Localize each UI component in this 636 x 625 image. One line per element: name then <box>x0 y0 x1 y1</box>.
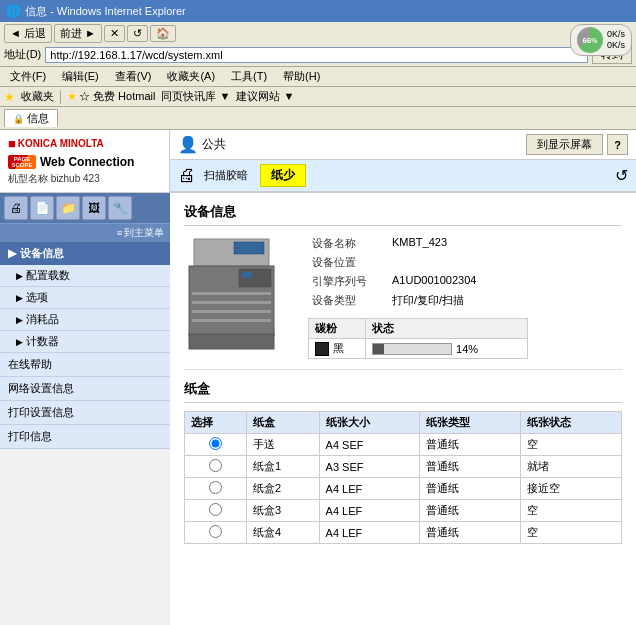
pagescope-web-row: PAGESCOPE Web Connection <box>8 155 161 169</box>
toner-color-cell: 黑 <box>315 341 359 356</box>
status-row: 🖨 扫描胶暗 纸少 ↺ <box>170 160 636 192</box>
svg-rect-9 <box>189 334 274 349</box>
right-header: 👤 公共 到显示屏幕 ? 🖨 扫描胶暗 纸少 ↺ <box>170 130 636 192</box>
toner-tbody: 黑 14% <box>309 339 528 359</box>
device-info-title: 设备信息 <box>184 203 622 226</box>
home-button[interactable]: 🏠 <box>150 25 176 42</box>
sidebar-item-print-info[interactable]: 打印信息 <box>0 425 170 449</box>
user-name: 公共 <box>202 136 226 153</box>
favorites-bar: ★ 收藏夹 ★ ☆ 免费 Hotmail 同页快讯库 ▼ 建议网站 ▼ <box>0 87 636 107</box>
tray-row-2: 纸盒2 A4 LEF 普通纸 接近空 <box>185 478 622 500</box>
sidebar-item-print-settings[interactable]: 打印设置信息 <box>0 401 170 425</box>
nav-icon-printer[interactable]: 🖨 <box>4 196 28 220</box>
tray-radio-1[interactable] <box>209 459 222 472</box>
web-connection-text: Web Connection <box>40 155 134 169</box>
tray-status-1: 就堵 <box>521 456 622 478</box>
screen-button[interactable]: 到显示屏幕 <box>526 134 603 155</box>
paper-section: 纸盒 选择 纸盒 纸张大小 纸张类型 纸张状态 <box>170 370 636 554</box>
tray-row-4: 纸盒4 A4 LEF 普通纸 空 <box>185 522 622 544</box>
model-name: 机型名称 bizhub 423 <box>8 172 161 186</box>
tray-status-manual: 空 <box>521 434 622 456</box>
menu-tools[interactable]: 工具(T) <box>225 68 273 85</box>
favorites-icon: ★ <box>4 90 15 104</box>
toner-header-row: 碳粉 状态 <box>309 319 528 339</box>
tray-name-3: 纸盒3 <box>246 500 319 522</box>
tray-size-manual: A4 SEF <box>319 434 420 456</box>
sidebar-arrow-small3: ▶ <box>16 315 23 325</box>
konica-brand: ■ KONICA MINOLTA <box>8 136 161 151</box>
address-label: 地址(D) <box>4 47 41 62</box>
sidebar-arrow-small4: ▶ <box>16 337 23 347</box>
nav-bar: ◄ 后退 前进 ► ✕ ↺ 🏠 66% 0K/s 0K/s <box>4 24 632 43</box>
warning-box: 纸少 <box>260 164 306 187</box>
tray-name-manual: 手送 <box>246 434 319 456</box>
star-icon: ★ <box>67 90 77 103</box>
tray-type-4: 普通纸 <box>420 522 521 544</box>
tab-icon: 🔒 <box>13 114 24 124</box>
tray-size-2: A4 LEF <box>319 478 420 500</box>
fav-quicktab[interactable]: 同页快讯库 ▼ <box>161 89 230 104</box>
address-input[interactable] <box>45 47 588 63</box>
fav-suggest[interactable]: 建议网站 ▼ <box>236 89 294 104</box>
spec-row-location: 设备位置 <box>308 253 622 272</box>
help-button[interactable]: ? <box>607 134 628 155</box>
menu-favorites[interactable]: 收藏夹(A) <box>161 68 221 85</box>
tray-header-row: 选择 纸盒 纸张大小 纸张类型 纸张状态 <box>185 412 622 434</box>
tray-row-3: 纸盒3 A4 LEF 普通纸 空 <box>185 500 622 522</box>
menu-edit[interactable]: 编辑(E) <box>56 68 105 85</box>
menu-view[interactable]: 查看(V) <box>109 68 158 85</box>
sidebar-item-consumables[interactable]: ▶ 消耗品 <box>0 309 170 331</box>
printer-drawing <box>184 234 284 354</box>
sidebar-item-counter[interactable]: ▶ 计数器 <box>0 331 170 353</box>
tab-info[interactable]: 🔒 信息 <box>4 109 58 127</box>
tray-status-3: 空 <box>521 500 622 522</box>
menu-bar: 文件(F) 编辑(E) 查看(V) 收藏夹(A) 工具(T) 帮助(H) <box>0 67 636 87</box>
tray-radio-4[interactable] <box>209 525 222 538</box>
sidebar-item-network[interactable]: 网络设置信息 <box>0 377 170 401</box>
menu-file[interactable]: 文件(F) <box>4 68 52 85</box>
tray-type-3: 普通纸 <box>420 500 521 522</box>
scan-label: 扫描胶暗 <box>204 168 248 183</box>
sidebar-item-config[interactable]: ▶ 配置载数 <box>0 265 170 287</box>
spec-row-name: 设备名称 KMBT_423 <box>308 234 622 253</box>
favorites-label: 收藏夹 <box>21 89 54 104</box>
header-buttons: 到显示屏幕 ? <box>526 134 628 155</box>
tray-col-type: 纸张类型 <box>420 412 521 434</box>
favorites-separator <box>60 90 61 104</box>
top-menu-button[interactable]: ≡ 到主菜单 <box>0 223 170 242</box>
tray-size-3: A4 LEF <box>319 500 420 522</box>
svg-rect-4 <box>192 301 271 304</box>
back-button[interactable]: ◄ 后退 <box>4 24 52 43</box>
nav-icon-page[interactable]: 📄 <box>30 196 54 220</box>
toner-bar-outer <box>372 343 452 355</box>
browser-title-text: 信息 - Windows Internet Explorer <box>25 4 186 19</box>
forward-button[interactable]: 前进 ► <box>54 24 102 43</box>
tray-type-2: 普通纸 <box>420 478 521 500</box>
printer-svg <box>184 234 284 354</box>
tray-radio-2[interactable] <box>209 481 222 494</box>
menu-help[interactable]: 帮助(H) <box>277 68 326 85</box>
browser-title-bar: 🌐 信息 - Windows Internet Explorer <box>0 0 636 22</box>
nav-icon-folder[interactable]: 📁 <box>56 196 80 220</box>
sidebar-icon-bar: 🖨 📄 📁 🖼 🔧 <box>0 193 170 223</box>
device-specs: 设备名称 KMBT_423 设备位置 引擎序列号 A1UD001002304 <box>308 234 622 359</box>
refresh-icon[interactable]: ↺ <box>615 166 628 185</box>
tray-radio-manual[interactable] <box>209 437 222 450</box>
main-panel: 设备信息 <box>170 193 636 625</box>
nav-icon-photo[interactable]: 🖼 <box>82 196 106 220</box>
tray-radio-3[interactable] <box>209 503 222 516</box>
browser-icon: 🌐 <box>6 4 21 18</box>
sidebar-item-help[interactable]: 在线帮助 <box>0 353 170 377</box>
top-header-row: ■ KONICA MINOLTA PAGESCOPE Web Connectio… <box>0 130 636 193</box>
fav-hotmail[interactable]: ★ ☆ 免费 Hotmail <box>67 89 155 104</box>
pagescope-logo: PAGESCOPE <box>8 155 36 169</box>
sidebar-device-info-header[interactable]: ▶ 设备信息 <box>0 242 170 265</box>
konica-icon: ■ <box>8 136 16 151</box>
refresh-button[interactable]: ↺ <box>127 25 148 42</box>
tray-name-2: 纸盒2 <box>246 478 319 500</box>
konica-name: KONICA MINOLTA <box>18 138 104 149</box>
sidebar-item-options[interactable]: ▶ 选项 <box>0 287 170 309</box>
nav-icon-settings[interactable]: 🔧 <box>108 196 132 220</box>
stop-button[interactable]: ✕ <box>104 25 125 42</box>
toner-thead: 碳粉 状态 <box>309 319 528 339</box>
